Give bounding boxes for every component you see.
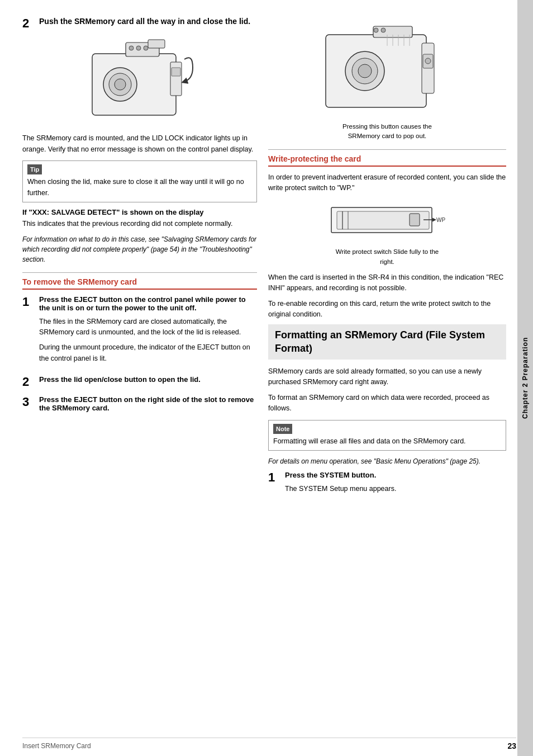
format-step1-heading: Press the SYSTEM button. <box>285 471 506 479</box>
wp-slot-area: WP Write protect switch Slide fully to t… <box>268 199 506 267</box>
section-divider2 <box>268 149 506 150</box>
step2-heading: Push the SRMemory card all the way in an… <box>39 17 257 26</box>
note-label: Note <box>273 424 292 434</box>
section-divider1 <box>22 272 257 273</box>
remove-step3-number: 3 <box>22 395 39 409</box>
step2-content: Push the SRMemory card all the way in an… <box>39 17 257 30</box>
main-content: 2 Push the SRMemory card all the way in … <box>0 0 517 756</box>
remove-step3-content: Press the EJECT button on the right side… <box>39 395 257 417</box>
remove-step2-block: 2 Press the lid open/close button to ope… <box>22 375 257 389</box>
footer: Insert SRMemory Card 23 <box>22 738 516 750</box>
svg-point-9 <box>136 46 141 50</box>
wp-slot-diagram: WP <box>326 199 449 244</box>
format-body2: To format an SRMemory card on which data… <box>268 393 506 414</box>
camera-diagram-left <box>22 37 257 126</box>
svg-point-25 <box>381 28 386 32</box>
remove-step3-block: 3 Press the EJECT button on the right si… <box>22 395 257 417</box>
svg-point-8 <box>129 46 134 50</box>
svg-point-10 <box>144 46 148 50</box>
step2-block: 2 Push the SRMemory card all the way in … <box>22 17 257 30</box>
left-column: 2 Push the SRMemory card all the way in … <box>22 17 257 739</box>
svg-point-3 <box>115 79 126 90</box>
tip-box: Tip When closing the lid, make sure to c… <box>22 160 257 202</box>
remove-step3-heading: Press the EJECT button on the right side… <box>39 395 257 412</box>
write-protect-body1: In order to prevent inadvertent erasure … <box>268 172 506 194</box>
format-body1: SRMemory cards are sold already formatte… <box>268 366 506 388</box>
note-text: Formatting will erase all files and data… <box>273 436 501 447</box>
write-protect-body2: When the card is inserted in the SR-R4 i… <box>268 272 506 294</box>
remove-step1-heading: Press the EJECT button on the control pa… <box>39 295 257 312</box>
remove-step1-number: 1 <box>22 295 39 309</box>
remove-step2-number: 2 <box>22 375 39 389</box>
camera-diagram-right: Pressing this button causes the SRMemory… <box>268 23 506 141</box>
salvage-italic: For information on what to do in this ca… <box>22 234 257 264</box>
footer-left: Insert SRMemory Card <box>22 742 91 750</box>
write-protect-body3: To re-enable recording on this card, ret… <box>268 299 506 320</box>
format-step1-body: The SYSTEM Setup menu appears. <box>285 484 506 494</box>
remove-step1-body1: The files in the SRMemory card are close… <box>39 316 257 338</box>
svg-rect-28 <box>410 214 420 226</box>
svg-rect-5 <box>148 40 165 48</box>
svg-rect-6 <box>170 62 182 96</box>
svg-point-24 <box>374 28 378 32</box>
camera-sketch-left <box>81 37 198 126</box>
page: 2 Push the SRMemory card all the way in … <box>0 0 533 756</box>
footer-page-number: 23 <box>507 741 516 750</box>
format-step1-number: 1 <box>268 471 285 484</box>
step2-number: 2 <box>22 17 39 30</box>
remove-section-title: To remove the SRMemory card <box>22 277 257 290</box>
chapter-tab: Chapter 2 Preparation <box>517 0 533 756</box>
camera-sketch-right <box>320 23 454 119</box>
remove-step2-content: Press the lid open/close button to open … <box>39 375 257 388</box>
remove-step1-block: 1 Press the EJECT button on the control … <box>22 295 257 369</box>
svg-point-18 <box>425 58 431 64</box>
svg-rect-7 <box>172 68 180 76</box>
remove-step1-content: Press the EJECT button on the control pa… <box>39 295 257 369</box>
svg-text:WP: WP <box>436 217 445 223</box>
salvage-body: This indicates that the previous recordi… <box>22 219 257 229</box>
remove-step1-body2: During the unmount procedure, the indica… <box>39 342 257 364</box>
eject-caption: Pressing this button causes the SRMemory… <box>331 122 443 141</box>
write-protect-title: Write-protecting the card <box>268 154 506 167</box>
tip-label: Tip <box>27 164 42 175</box>
format-step1-content: Press the SYSTEM button. The SYSTEM Setu… <box>285 471 506 499</box>
write-protect-caption: Write protect switch Slide fully to the … <box>331 247 443 267</box>
right-column: Pressing this button causes the SRMemory… <box>268 17 506 739</box>
salvage-heading: If "XXX: SALVAGE DETECT" is shown on the… <box>22 208 257 216</box>
svg-point-14 <box>358 64 372 78</box>
remove-step2-heading: Press the lid open/close button to open … <box>39 375 257 384</box>
step2-body1: The SRMemory card is mounted, and the LI… <box>22 133 257 155</box>
format-italic: For details on menu operation, see "Basi… <box>268 456 506 466</box>
note-box: Note Formatting will erase all files and… <box>268 420 506 451</box>
format-step1-block: 1 Press the SYSTEM button. The SYSTEM Se… <box>268 471 506 499</box>
format-section-box: Formatting an SRMemory Card (File System… <box>268 324 506 360</box>
tip-text: When closing the lid, make sure to close… <box>27 177 252 199</box>
format-section-title: Formatting an SRMemory Card (File System… <box>275 329 499 355</box>
